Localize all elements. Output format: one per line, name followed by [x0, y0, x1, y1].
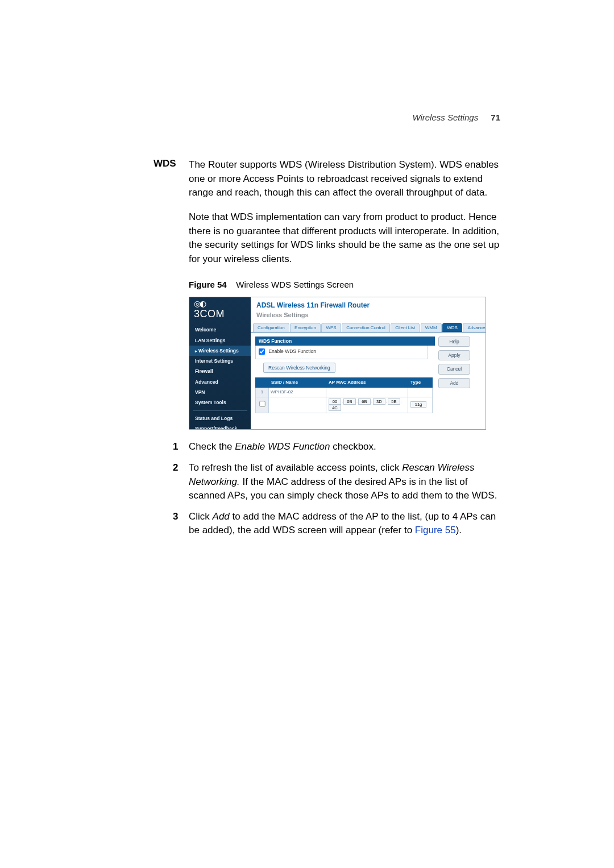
- ap-row-1: 1 WPH3F-02: [256, 388, 433, 397]
- paragraph-2: Note that WDS implementation can vary fr…: [189, 210, 503, 267]
- mac-seg-4[interactable]: [373, 398, 385, 405]
- sidebar-item-support[interactable]: Support/Feedback: [189, 423, 251, 430]
- enable-wds-label: Enable WDS Function: [268, 348, 316, 354]
- sidebar-item-systemtools[interactable]: System Tools: [189, 397, 251, 408]
- col-ssid: SSID / Name: [269, 378, 326, 388]
- brand-text: 3COM: [194, 308, 225, 319]
- col-type: Type: [408, 378, 433, 388]
- ap-row-2: :::::: [256, 397, 433, 413]
- step-3c: ).: [456, 525, 462, 535]
- section-heading: WDS: [154, 158, 176, 169]
- device-title: ADSL Wireless 11n Firewall Router: [256, 301, 480, 310]
- tab-wmm[interactable]: WMM: [421, 323, 442, 333]
- wds-panel-header: WDS Function: [255, 337, 435, 346]
- tab-wds[interactable]: WDS: [442, 323, 462, 333]
- figure-caption: Figure 54 Wireless WDS Settings Screen: [189, 279, 503, 291]
- ap-table-header-row: SSID / Name AP MAC Address Type: [256, 378, 433, 388]
- brand-logo: ◎◐ 3COM: [189, 297, 251, 325]
- action-buttons: Help Apply Cancel Add: [438, 333, 474, 392]
- enable-wds-row: Enable WDS Function: [255, 346, 428, 359]
- col-select: [256, 378, 269, 388]
- section-title: Wireless Settings: [256, 311, 480, 320]
- step-3: Click Add to add the MAC address of the …: [189, 510, 503, 542]
- sidebar-item-firewall[interactable]: Firewall: [189, 366, 251, 376]
- help-button[interactable]: Help: [438, 337, 470, 347]
- step-1a: Check the: [189, 441, 235, 452]
- tab-wps[interactable]: WPS: [321, 323, 341, 333]
- tab-configuration[interactable]: Configuration: [253, 323, 289, 333]
- step-3-link[interactable]: Figure 55: [415, 525, 456, 535]
- running-header-text: Wireless Settings: [412, 113, 478, 122]
- step-3a: Click: [189, 511, 213, 522]
- paragraph-1: The Router supports WDS (Wireless Distri…: [189, 158, 503, 200]
- mac-seg-3[interactable]: [358, 398, 371, 405]
- mac-seg-5[interactable]: [388, 398, 400, 405]
- ap-row-2-ssid: [269, 397, 326, 413]
- ap-row-1-mac: [326, 388, 408, 397]
- ap-row-1-idx: 1: [256, 388, 269, 397]
- content-area: WDS Function Enable WDS Function Rescan …: [251, 333, 486, 417]
- step-2: To refresh the list of available access …: [189, 461, 503, 508]
- ap-row-1-type: [408, 388, 433, 397]
- step-1-italic: Enable WDS Function: [235, 441, 330, 452]
- sidebar-item-vpn[interactable]: VPN: [189, 387, 251, 397]
- main-panel: ADSL Wireless 11n Firewall Router Wirele…: [251, 297, 486, 429]
- sidebar-item-internet[interactable]: Internet Settings: [189, 356, 251, 366]
- cancel-button[interactable]: Cancel: [438, 364, 470, 374]
- ap-row-2-type-field[interactable]: [410, 401, 426, 408]
- ap-row-2-checkbox[interactable]: [259, 401, 265, 406]
- sidebar-item-wireless[interactable]: Wireless Settings: [189, 346, 251, 356]
- mac-seg-2[interactable]: [343, 398, 356, 405]
- ap-row-2-mac: :::::: [326, 397, 408, 413]
- ap-table: SSID / Name AP MAC Address Type 1 WPH3F-…: [255, 377, 433, 413]
- page: Wireless Settings 71 WDS The Router supp…: [0, 0, 614, 868]
- add-button[interactable]: Add: [438, 378, 470, 388]
- mac-seg-6[interactable]: [329, 405, 341, 411]
- tab-connection-control[interactable]: Connection Control: [342, 323, 389, 333]
- page-title-block: ADSL Wireless 11n Firewall Router Wirele…: [251, 297, 486, 319]
- sidebar-divider: [193, 410, 247, 411]
- step-1b: checkbox.: [330, 441, 376, 452]
- step-1: Check the Enable WDS Function checkbox.: [189, 440, 503, 459]
- body-column: The Router supports WDS (Wireless Distri…: [189, 158, 503, 545]
- rescan-button[interactable]: Rescan Wireless Networking: [263, 363, 335, 373]
- running-header: Wireless Settings 71: [412, 113, 500, 122]
- sidebar-item-advanced[interactable]: Advanced: [189, 377, 251, 387]
- ap-row-2-type: [408, 397, 433, 413]
- sidebar-item-status[interactable]: Status and Logs: [189, 413, 251, 423]
- sidebar-item-welcome[interactable]: Welcome: [189, 325, 251, 335]
- page-number: 71: [491, 113, 500, 122]
- left-block: WDS Function Enable WDS Function Rescan …: [255, 337, 435, 413]
- sidebar-item-lan[interactable]: LAN Settings: [189, 335, 251, 346]
- tab-client-list[interactable]: Client List: [391, 323, 420, 333]
- apply-button[interactable]: Apply: [438, 350, 470, 360]
- enable-wds-checkbox[interactable]: [259, 348, 265, 355]
- figure-label: Figure 54: [189, 280, 227, 289]
- ap-row-2-checkbox-cell: [256, 397, 269, 413]
- tab-bar: Configuration Encryption WPS Connection …: [251, 322, 486, 333]
- tab-advanced[interactable]: Advanced: [463, 323, 486, 333]
- step-3-italic: Add: [213, 511, 230, 522]
- figure-caption-text: Wireless WDS Settings Screen: [236, 280, 354, 289]
- sidebar-nav: Welcome LAN Settings Wireless Settings I…: [189, 325, 251, 430]
- step-2a: To refresh the list of available access …: [189, 462, 402, 473]
- col-mac: AP MAC Address: [326, 378, 408, 388]
- sidebar: ◎◐ 3COM Welcome LAN Settings Wireless Se…: [189, 297, 251, 429]
- mac-seg-1[interactable]: [329, 398, 341, 405]
- instruction-list: Check the Enable WDS Function checkbox. …: [189, 440, 503, 542]
- logo-icon: ◎◐: [194, 301, 246, 306]
- router-screenshot: ◎◐ 3COM Welcome LAN Settings Wireless Se…: [189, 297, 486, 430]
- tab-encryption[interactable]: Encryption: [290, 323, 321, 333]
- ap-row-1-ssid: WPH3F-02: [269, 388, 326, 397]
